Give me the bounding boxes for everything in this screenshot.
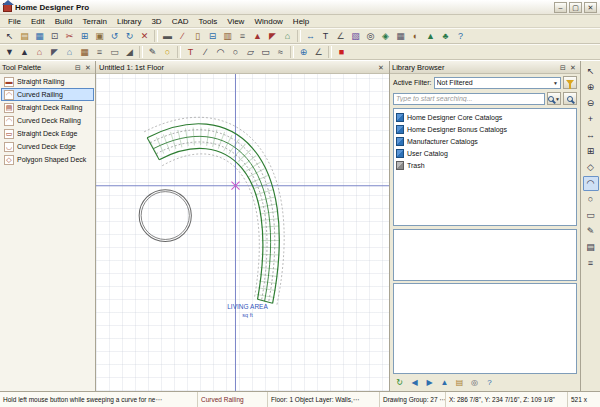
menu-window[interactable]: Window bbox=[249, 17, 287, 26]
strip-zoom-out-icon[interactable]: ⊖ bbox=[583, 96, 599, 111]
build-stairs-icon[interactable]: ≡ bbox=[92, 45, 107, 59]
cut-icon[interactable]: ✂ bbox=[62, 29, 77, 43]
terrain-icon[interactable]: ▲ bbox=[423, 29, 438, 43]
library-help-icon[interactable]: ? bbox=[483, 377, 496, 390]
draw-wall-icon[interactable]: ▬ bbox=[160, 29, 175, 43]
library-icon[interactable]: ▧ bbox=[348, 29, 363, 43]
drawing-close-icon[interactable]: ✕ bbox=[376, 62, 386, 72]
break-wall-icon[interactable]: ∕ bbox=[175, 29, 190, 43]
library-close-icon[interactable]: ✕ bbox=[568, 62, 578, 72]
angle-snap-icon[interactable]: ∠ bbox=[311, 45, 326, 59]
floor-up-icon[interactable]: ▲ bbox=[17, 45, 32, 59]
tree-item-user-catalog[interactable]: User Catalog bbox=[396, 147, 574, 159]
palette-close-icon[interactable]: ✕ bbox=[83, 62, 93, 72]
floor-reference-icon[interactable]: ⌂ bbox=[32, 45, 47, 59]
strip-arc-icon[interactable]: ◠ bbox=[583, 176, 599, 191]
library-preview-icon[interactable]: ◎ bbox=[468, 377, 481, 390]
strip-pan-icon[interactable]: + bbox=[583, 112, 599, 127]
active-filter-dropdown[interactable]: Not Filtered ▼ bbox=[434, 77, 561, 89]
draw-box-icon[interactable]: ▭ bbox=[258, 45, 273, 59]
floor-down-icon[interactable]: ▼ bbox=[2, 45, 17, 59]
camera-icon[interactable]: ◎ bbox=[363, 29, 378, 43]
select-objects-icon[interactable]: ↖ bbox=[2, 29, 17, 43]
text-tool-icon[interactable]: T bbox=[183, 45, 198, 59]
copy-icon[interactable]: ⊞ bbox=[77, 29, 92, 43]
menu-build[interactable]: Build bbox=[50, 17, 78, 26]
cabinet-icon[interactable]: ▥ bbox=[220, 29, 235, 43]
landing-icon[interactable]: ▭ bbox=[107, 45, 122, 59]
draw-line-icon[interactable]: ∕ bbox=[198, 45, 213, 59]
help-icon[interactable]: ? bbox=[453, 29, 468, 43]
input-point-icon[interactable]: ⊕ bbox=[296, 45, 311, 59]
stairs-icon[interactable]: ≡ bbox=[235, 29, 250, 43]
circle-object[interactable] bbox=[139, 190, 191, 242]
menu-edit[interactable]: Edit bbox=[26, 17, 50, 26]
paste-icon[interactable]: ▣ bbox=[92, 29, 107, 43]
undo-icon[interactable]: ↺ bbox=[107, 29, 122, 43]
filter-button[interactable] bbox=[563, 76, 577, 89]
build-roof-icon[interactable]: ◤ bbox=[47, 45, 62, 59]
strip-settings-icon[interactable]: ≡ bbox=[583, 256, 599, 271]
strip-layers-icon[interactable]: ▤ bbox=[583, 240, 599, 255]
strip-grid-icon[interactable]: ⊞ bbox=[583, 144, 599, 159]
strip-zoom-in-icon[interactable]: ⊕ bbox=[583, 80, 599, 95]
refresh-library-icon[interactable]: ↻ bbox=[393, 377, 406, 390]
curved-railing-shape[interactable] bbox=[144, 117, 284, 306]
ramp-icon[interactable]: ◢ bbox=[122, 45, 137, 59]
strip-rect-icon[interactable]: ▭ bbox=[583, 208, 599, 223]
search-options-button[interactable]: ▼ bbox=[547, 92, 561, 105]
strip-measure-icon[interactable]: ↔ bbox=[583, 128, 599, 143]
draw-spline-icon[interactable]: ≈ bbox=[273, 45, 288, 59]
menu-tools[interactable]: Tools bbox=[194, 17, 223, 26]
menu-terrain[interactable]: Terrain bbox=[77, 17, 111, 26]
redo-icon[interactable]: ↻ bbox=[122, 29, 137, 43]
window-icon[interactable]: ⊟ bbox=[205, 29, 220, 43]
text-icon[interactable]: T bbox=[318, 29, 333, 43]
palette-item-curved-deck-railing[interactable]: ◠ Curved Deck Railing bbox=[1, 114, 94, 127]
fireplace-icon[interactable]: ▲ bbox=[250, 29, 265, 43]
floor-plan-drawing[interactable]: LIVING AREA sq ft bbox=[96, 74, 389, 391]
palette-item-straight-deck-edge[interactable]: ▭ Straight Deck Edge bbox=[1, 127, 94, 140]
auto-dormer-icon[interactable]: ⌂ bbox=[62, 45, 77, 59]
menu-view[interactable]: View bbox=[222, 17, 249, 26]
palette-pin-icon[interactable]: ⊟ bbox=[73, 62, 83, 72]
palette-item-straight-railing[interactable]: ▬ Straight Railing bbox=[1, 75, 94, 88]
tree-item-bonus-catalogs[interactable]: Home Designer Bonus Catalogs bbox=[396, 123, 574, 135]
tree-item-trash[interactable]: Trash bbox=[396, 159, 574, 171]
delete-icon[interactable]: ✕ bbox=[137, 29, 152, 43]
draw-circle-icon[interactable]: ○ bbox=[228, 45, 243, 59]
material-eyedropper-icon[interactable]: ✎ bbox=[145, 45, 160, 59]
framing-icon[interactable]: ▦ bbox=[77, 45, 92, 59]
maximize-button[interactable]: ▢ bbox=[569, 2, 582, 13]
menu-3d[interactable]: 3D bbox=[146, 17, 166, 26]
strip-select-icon[interactable]: ↖ bbox=[583, 64, 599, 79]
room-divider-icon[interactable]: ⌂ bbox=[280, 29, 295, 43]
open-plan-icon[interactable]: ▤ bbox=[17, 29, 32, 43]
adjust-lights-icon[interactable]: ○ bbox=[160, 45, 175, 59]
draw-polyline-icon[interactable]: ▱ bbox=[243, 45, 258, 59]
library-up-icon[interactable]: ▲ bbox=[438, 377, 451, 390]
minimize-button[interactable]: – bbox=[554, 2, 567, 13]
library-search-input[interactable] bbox=[393, 93, 545, 105]
library-pin-icon[interactable]: ⊟ bbox=[558, 62, 568, 72]
menu-library[interactable]: Library bbox=[112, 17, 146, 26]
close-button[interactable]: ✕ bbox=[584, 2, 597, 13]
library-folder-icon[interactable]: ▤ bbox=[453, 377, 466, 390]
library-forward-icon[interactable]: ▶ bbox=[423, 377, 436, 390]
palette-item-polygon-shaped-deck[interactable]: ◇ Polygon Shaped Deck bbox=[1, 153, 94, 166]
record-walkthrough-icon[interactable]: ■ bbox=[334, 45, 349, 59]
floor-plan-canvas[interactable]: LIVING AREA sq ft bbox=[96, 74, 389, 391]
plan-view-icon[interactable]: ▦ bbox=[393, 29, 408, 43]
door-icon[interactable]: ▯ bbox=[190, 29, 205, 43]
roof-icon[interactable]: ◤ bbox=[265, 29, 280, 43]
full-overview-icon[interactable]: ◈ bbox=[378, 29, 393, 43]
plant-icon[interactable]: ♣ bbox=[438, 29, 453, 43]
tree-item-manufacturer-catalogs[interactable]: Manufacturer Catalogs bbox=[396, 135, 574, 147]
menu-help[interactable]: Help bbox=[288, 17, 314, 26]
menu-cad[interactable]: CAD bbox=[167, 17, 194, 26]
tree-item-core-catalogs[interactable]: Home Designer Core Catalogs bbox=[396, 111, 574, 123]
palette-item-straight-deck-railing[interactable]: ▤ Straight Deck Railing bbox=[1, 101, 94, 114]
save-plan-icon[interactable]: ▦ bbox=[32, 29, 47, 43]
print-icon[interactable]: ⊡ bbox=[47, 29, 62, 43]
materials-icon[interactable]: ◐ bbox=[408, 29, 423, 43]
